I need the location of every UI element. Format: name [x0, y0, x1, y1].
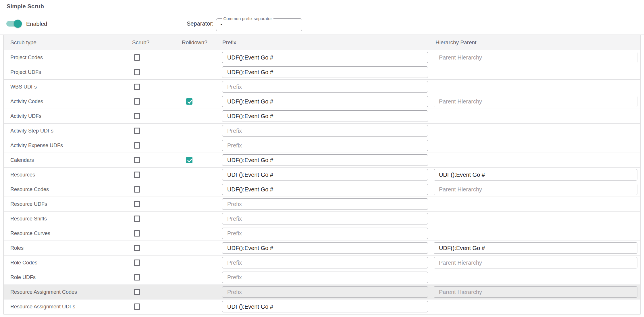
scrub-cell: [130, 299, 180, 314]
rolldown-cell: [180, 182, 219, 197]
table-row: Resources: [4, 167, 640, 182]
scrub-type-cell: Project Codes: [4, 50, 130, 65]
prefix-input[interactable]: [222, 66, 428, 78]
rolldown-checkbox[interactable]: [186, 98, 192, 105]
table-row: Roles: [4, 241, 640, 255]
scrub-type-cell: Resource Codes: [4, 182, 130, 197]
scrub-checkbox[interactable]: [134, 274, 140, 281]
hierarchy-input[interactable]: [434, 257, 637, 268]
scrub-type-cell: Resources: [4, 168, 130, 182]
scrub-type-cell: Activity Codes: [4, 94, 130, 109]
scrub-checkbox[interactable]: [134, 186, 140, 193]
hierarchy-input[interactable]: [434, 169, 637, 180]
prefix-input[interactable]: [222, 125, 428, 137]
prefix-input[interactable]: [222, 52, 428, 63]
prefix-input[interactable]: [222, 257, 428, 268]
separator-field-label: Common prefix separator: [222, 16, 273, 21]
prefix-cell: [219, 212, 431, 226]
scrub-type-cell: Calendars: [4, 153, 130, 167]
prefix-input[interactable]: [222, 272, 428, 283]
scrub-checkbox[interactable]: [134, 172, 140, 178]
hierarchy-cell: [431, 226, 640, 241]
scrub-type-label: Activity Codes: [10, 99, 43, 105]
scrub-checkbox[interactable]: [134, 84, 140, 90]
table-row: Role Codes: [4, 255, 640, 270]
rolldown-checkbox[interactable]: [186, 157, 192, 163]
separator-label: Separator:: [187, 20, 213, 27]
prefix-cell: [219, 80, 431, 94]
scrub-cell: [130, 138, 180, 153]
scrub-cell: [130, 226, 180, 241]
header-rolldown: Rolldown?: [180, 39, 219, 46]
scrub-checkbox[interactable]: [134, 54, 140, 61]
enabled-toggle[interactable]: Enabled: [6, 20, 47, 27]
scrub-cell: [130, 182, 180, 197]
scrub-checkbox[interactable]: [134, 157, 140, 163]
prefix-input[interactable]: [222, 169, 428, 180]
scrub-checkbox[interactable]: [134, 128, 140, 134]
scrub-type-cell: Project UDFs: [4, 65, 130, 79]
scrub-checkbox[interactable]: [134, 260, 140, 266]
prefix-input[interactable]: [222, 184, 428, 195]
scrub-type-cell: Resource UDFs: [4, 197, 130, 211]
header-hierarchy-parent: Hierarchy Parent: [431, 39, 640, 46]
hierarchy-cell: [431, 138, 640, 153]
hierarchy-input[interactable]: [434, 96, 637, 107]
hierarchy-cell: [431, 270, 640, 285]
scrub-type-label: Project Codes: [10, 55, 43, 61]
prefix-cell: [219, 197, 431, 211]
scrub-checkbox[interactable]: [134, 98, 140, 105]
scrub-checkbox[interactable]: [134, 303, 140, 310]
prefix-input[interactable]: [222, 96, 428, 107]
scrub-checkbox[interactable]: [134, 230, 140, 237]
toggle-thumb-icon: [14, 20, 22, 28]
hierarchy-input[interactable]: [434, 52, 637, 63]
table-row: Calendars: [4, 153, 640, 167]
scrub-type-cell: Resource Assignment Codes: [4, 285, 130, 299]
prefix-cell: [219, 299, 431, 314]
table-row: Activity Codes: [4, 94, 640, 109]
rolldown-cell: [180, 285, 219, 299]
scrub-checkbox[interactable]: [134, 216, 140, 222]
table-row: Resource Codes: [4, 182, 640, 197]
hierarchy-input[interactable]: [434, 184, 637, 195]
prefix-cell: [219, 241, 431, 255]
hierarchy-input[interactable]: [434, 286, 637, 298]
controls-section: Enabled Separator: Common prefix separat…: [0, 13, 644, 35]
prefix-input[interactable]: [222, 198, 428, 210]
rolldown-cell: [180, 255, 219, 270]
scrub-checkbox[interactable]: [134, 201, 140, 207]
scrub-checkbox[interactable]: [134, 289, 140, 295]
scrub-type-label: Role UDFs: [10, 274, 36, 281]
scrub-checkbox[interactable]: [134, 245, 140, 251]
hierarchy-input[interactable]: [434, 242, 637, 254]
prefix-cell: [219, 124, 431, 138]
scrub-cell: [130, 285, 180, 299]
hierarchy-cell: [431, 212, 640, 226]
hierarchy-cell: [431, 285, 640, 299]
scrub-cell: [130, 94, 180, 109]
prefix-input[interactable]: [222, 301, 428, 312]
prefix-cell: [219, 109, 431, 123]
rolldown-cell: [180, 241, 219, 255]
scrub-checkbox[interactable]: [134, 113, 140, 119]
scrub-type-label: Activity UDFs: [10, 113, 41, 119]
prefix-input[interactable]: [222, 154, 428, 166]
scrub-checkbox[interactable]: [134, 69, 140, 75]
hierarchy-cell: [431, 50, 640, 65]
separator-field: Common prefix separator: [216, 16, 302, 31]
scrub-type-label: Activity Expense UDFs: [10, 143, 63, 149]
prefix-input[interactable]: [222, 213, 428, 224]
rolldown-cell: [180, 153, 219, 167]
scrub-cell: [130, 197, 180, 211]
prefix-input[interactable]: [222, 228, 428, 239]
separator-input[interactable]: [220, 21, 298, 28]
hierarchy-cell: [431, 153, 640, 167]
scrub-type-label: Resource Assignment Codes: [10, 289, 77, 295]
prefix-input[interactable]: [222, 81, 428, 93]
scrub-checkbox[interactable]: [134, 142, 140, 149]
prefix-input[interactable]: [222, 140, 428, 151]
prefix-input[interactable]: [222, 242, 428, 254]
prefix-input[interactable]: [222, 286, 428, 298]
prefix-input[interactable]: [222, 110, 428, 122]
